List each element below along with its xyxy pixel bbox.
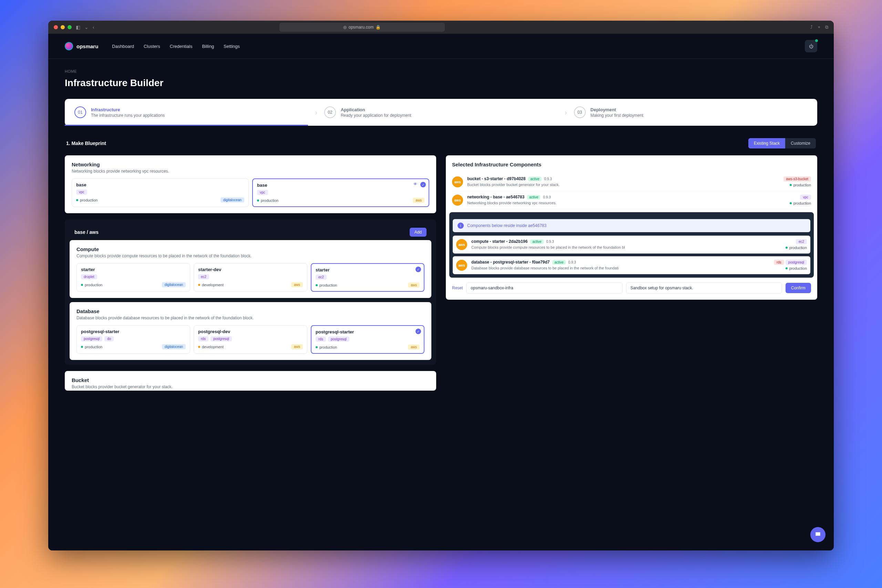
logo-icon	[65, 42, 73, 50]
back-icon[interactable]: ‹	[93, 24, 94, 30]
networking-title: Networking	[72, 162, 429, 167]
networking-panel: Networking Networking blocks provide net…	[65, 155, 436, 213]
stack-toggle: Existing Stack Customize	[748, 138, 816, 148]
toggle-customize[interactable]: Customize	[785, 138, 816, 148]
share-icon[interactable]: ⤴	[810, 24, 813, 30]
maximize-window[interactable]	[68, 25, 72, 29]
database-panel: Database Database blocks provide databas…	[70, 302, 431, 360]
check-icon: ✓	[416, 328, 421, 334]
check-icon: ✓	[416, 267, 421, 272]
top-nav: opsmaru Dashboard Clusters Credentials B…	[48, 34, 834, 59]
step-deployment[interactable]: 03 Deployment Making your first deployme…	[574, 106, 808, 118]
browser-chrome: ◧ ⌄ ‹ ◎ opsmaru.com 🔒 ⤴ + ⧉	[48, 21, 834, 34]
brand: opsmaru	[76, 44, 98, 49]
bucket-panel: Bucket Bucket blocks provider bucket gen…	[65, 371, 436, 391]
networking-block-base-aws[interactable]: 👁 ✓ base vpc production aws	[252, 178, 429, 207]
chat-fab[interactable]	[810, 527, 825, 542]
compute-panel: Compute Compute blocks provide compute r…	[70, 240, 431, 298]
nested-components: i Components below reside inside ae54678…	[449, 212, 814, 278]
shield-icon: ◎	[343, 25, 346, 30]
db-block-pg-dev[interactable]: postgresql-dev rds postgresql developmen…	[194, 325, 308, 354]
confirm-button[interactable]: Confirm	[786, 283, 811, 293]
url-bar[interactable]: ◎ opsmaru.com 🔒	[279, 23, 445, 32]
nav-settings[interactable]: Settings	[224, 44, 240, 49]
selected-item-database[interactable]: aws database - postgresql-starter - f0ae…	[453, 256, 810, 274]
reset-link[interactable]: Reset	[452, 285, 463, 290]
infra-desc-input[interactable]	[626, 282, 782, 294]
db-block-pg-starter-do[interactable]: postgresql-starter postgresql do product…	[76, 325, 190, 354]
aws-icon: aws	[456, 239, 467, 250]
nav-credentials[interactable]: Credentials	[170, 44, 193, 49]
compute-block-starter-dev[interactable]: starter-dev ec2 development aws	[194, 263, 308, 292]
new-tab-icon[interactable]: +	[818, 24, 820, 30]
add-button[interactable]: Add	[410, 228, 426, 237]
stepper: 01 Infrastructure The infrastructure run…	[65, 99, 817, 126]
aws-icon: aws	[452, 176, 463, 188]
db-block-pg-starter-aws[interactable]: ✓ postgresql-starter rds postgresql prod…	[311, 325, 424, 354]
power-button[interactable]: ⏻	[805, 40, 817, 52]
toggle-existing-stack[interactable]: Existing Stack	[748, 138, 785, 148]
chevron-down-icon[interactable]: ⌄	[84, 24, 88, 30]
page-title: Infrastructure Builder	[65, 78, 817, 88]
selected-item-networking[interactable]: aws networking - base - ae546783 active …	[452, 191, 811, 209]
step-application[interactable]: 02 Application Ready your application fo…	[324, 106, 558, 118]
info-icon: i	[458, 222, 464, 229]
lock-icon: 🔒	[375, 25, 381, 30]
nav-billing[interactable]: Billing	[202, 44, 214, 49]
base-aws-panel: base / aws Add Compute Compute blocks pr…	[65, 219, 436, 365]
aws-icon: aws	[456, 260, 467, 271]
selected-item-compute[interactable]: aws compute - starter - 2da2b196 active …	[453, 236, 810, 254]
base-aws-title: base / aws	[74, 230, 99, 235]
close-window[interactable]	[54, 25, 58, 29]
infra-name-input[interactable]	[466, 282, 622, 294]
tabs-icon[interactable]: ⧉	[825, 24, 828, 30]
breadcrumb[interactable]: HOME	[65, 69, 817, 74]
nav-dashboard[interactable]: Dashboard	[112, 44, 134, 49]
chevron-right-icon: ›	[565, 108, 567, 116]
step-infrastructure[interactable]: 01 Infrastructure The infrastructure run…	[74, 106, 308, 118]
eye-icon: 👁	[413, 182, 419, 188]
info-banner: i Components below reside inside ae54678…	[453, 219, 810, 232]
aws-icon: aws	[452, 195, 463, 206]
blueprint-label: 1. Make Blueprint	[66, 141, 106, 146]
networking-desc: Networking blocks provide networking vpc…	[72, 169, 429, 174]
sidebar-icon[interactable]: ◧	[76, 24, 80, 30]
selected-item-bucket[interactable]: aws bucket - s3-starter - d97b4028 activ…	[452, 173, 811, 191]
nav-clusters[interactable]: Clusters	[144, 44, 160, 49]
compute-block-starter-do[interactable]: starter droplet production digitalocean	[76, 263, 190, 292]
chevron-right-icon: ›	[315, 108, 317, 116]
selected-components-panel: Selected Infrastructure Components aws b…	[446, 155, 817, 300]
url-text: opsmaru.com	[349, 25, 374, 30]
check-icon: ✓	[420, 182, 426, 188]
compute-block-starter-aws[interactable]: ✓ starter ec2 production aws	[311, 263, 424, 292]
networking-block-base-do[interactable]: base vpc production digitalocean	[72, 178, 249, 207]
minimize-window[interactable]	[61, 25, 65, 29]
chat-icon	[814, 531, 821, 538]
